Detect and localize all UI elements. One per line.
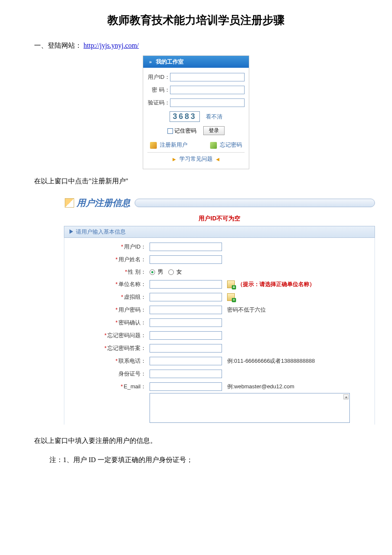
- site-url-link[interactable]: http://jyjs.ynyj.com/: [84, 42, 139, 49]
- step1-label: 一、登陆网站：: [34, 42, 82, 49]
- lbl-a: *忘记密码答案：: [64, 344, 150, 352]
- reg-q-input[interactable]: [150, 331, 222, 340]
- forgot-text: 忘记密码: [220, 142, 242, 148]
- reg-pwd-input[interactable]: [150, 306, 222, 314]
- caption-login: 在以上窗口中点击"注册新用户": [34, 177, 358, 186]
- reg-vgroup-input[interactable]: [150, 293, 222, 301]
- faq-link[interactable]: 学习常见问题: [179, 156, 213, 162]
- key-icon: [210, 142, 217, 149]
- register-link[interactable]: 注册新用户: [150, 141, 187, 149]
- captcha-input[interactable]: [170, 98, 245, 107]
- reg-error: 用户ID不可为空: [64, 215, 375, 223]
- doc-title: 教师教育技术能力培训学员注册步骤: [34, 13, 358, 28]
- reg-phone-input[interactable]: [150, 357, 222, 365]
- lbl-user-id: *用户ID：: [64, 243, 150, 251]
- phone-hint: 例:011-66666666或者13888888888: [227, 357, 315, 365]
- chevron-right-icon: »: [149, 59, 152, 64]
- triangle-left-icon: ◀: [216, 157, 219, 162]
- reg-title: 用户注册信息: [77, 197, 130, 209]
- caption-reg: 在以上窗口中填入要注册的用户的信息。: [34, 436, 358, 445]
- label-user: 用户ID：: [147, 73, 170, 81]
- reg-user-id-input[interactable]: [150, 243, 222, 251]
- email-hint: 例:webmaster@edu12.com: [227, 383, 294, 390]
- login-panel: » 我的工作室 用户ID： 密 码： 验证码： 3683 看不清 记住密码 登录: [143, 55, 249, 169]
- step1: 一、登陆网站： http://jyjs.ynyj.com/: [34, 41, 358, 50]
- lbl-idno: 身份证号：: [64, 370, 150, 378]
- lbl-pwd: *用户密码：: [64, 306, 150, 314]
- label-password: 密 码：: [147, 86, 170, 94]
- label-captcha: 验证码：: [147, 99, 170, 107]
- reg-idno-input[interactable]: [150, 370, 222, 378]
- reg-subhead: ▶ 请用户输入基本信息: [64, 226, 375, 238]
- pick-org-icon[interactable]: [227, 280, 235, 288]
- login-header: » 我的工作室: [143, 56, 249, 68]
- reg-email-input[interactable]: [150, 382, 222, 391]
- lbl-q: *忘记密码问题：: [64, 332, 150, 339]
- lbl-phone: *联系电话：: [64, 357, 150, 365]
- captcha-image: 3683: [170, 111, 199, 122]
- user-add-icon: [150, 142, 157, 149]
- password-input[interactable]: [170, 86, 245, 94]
- login-header-text: 我的工作室: [156, 58, 184, 65]
- lbl-user-name: *用户姓名：: [64, 256, 150, 263]
- reg-org-input[interactable]: [150, 280, 222, 289]
- radio-male[interactable]: [150, 269, 155, 275]
- reg-a-input[interactable]: [150, 344, 222, 353]
- triangle-right-icon: ▶: [173, 157, 176, 162]
- lbl-male: 男: [158, 268, 163, 276]
- lbl-pwd2: *密码确认：: [64, 319, 150, 327]
- pick-vgroup-icon[interactable]: [227, 293, 235, 301]
- registration-panel: 用户注册信息 用户ID不可为空 ▶ 请用户输入基本信息 *用户ID： *用户姓名…: [64, 196, 375, 425]
- captcha-refresh-link[interactable]: 看不清: [206, 113, 222, 121]
- remember-wrap[interactable]: 记住密码: [167, 127, 197, 135]
- forgot-link[interactable]: 忘记密码: [210, 141, 242, 149]
- register-text: 注册新用户: [160, 142, 187, 148]
- remember-checkbox[interactable]: [167, 128, 173, 134]
- lbl-org: *单位名称：: [64, 280, 150, 288]
- vgroup-pick: [227, 293, 235, 301]
- reg-remark-textarea[interactable]: ▴: [150, 393, 350, 423]
- note-1: 注：1、用户 ID 一定要填正确的用户身份证号；: [34, 456, 358, 465]
- org-hint: （提示：请选择正确单位名称）: [227, 280, 315, 288]
- lbl-vgroup: *虚拟组：: [64, 293, 150, 301]
- lbl-gender: *性 别：: [64, 268, 150, 276]
- pencil-icon: [65, 198, 74, 208]
- remember-label: 记住密码: [174, 127, 196, 134]
- login-button[interactable]: 登录: [203, 126, 225, 135]
- pwd-hint: 密码不低于六位: [227, 306, 266, 314]
- scrollbar-up-icon[interactable]: ▴: [343, 394, 349, 399]
- reg-pwd2-input[interactable]: [150, 318, 222, 327]
- user-id-input[interactable]: [170, 73, 245, 81]
- reg-title-bar: [135, 199, 375, 207]
- reg-user-name-input[interactable]: [150, 255, 222, 264]
- lbl-email: *E_mail：: [64, 383, 150, 390]
- lbl-female: 女: [176, 268, 182, 276]
- radio-female[interactable]: [168, 269, 174, 275]
